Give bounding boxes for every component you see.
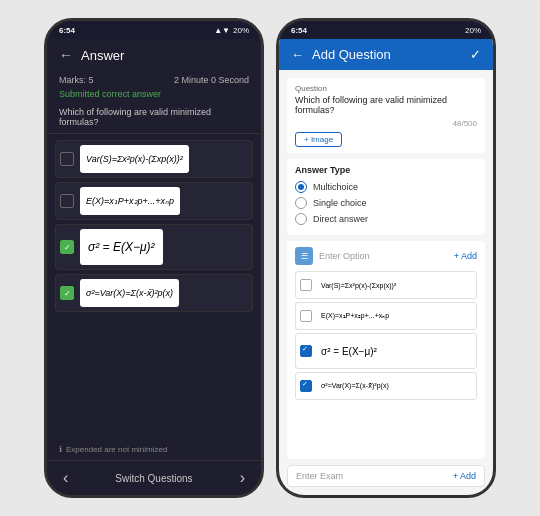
left-options-list: Var(S)=Σx²p(x)-(Σxp(x))² E(X)=x₁P+x₂p+..…: [47, 134, 261, 439]
right-header-left: ← Add Question: [291, 47, 391, 62]
right-option-2[interactable]: E(X)=x₁P+x₂p+...+xₙp: [295, 302, 477, 330]
right-formula-2: E(X)=x₁P+x₂p+...+xₙp: [317, 306, 393, 326]
right-formula-3: σ² = E(X−μ)²: [317, 337, 381, 365]
radio-multichoice-circle[interactable]: [295, 181, 307, 193]
answer-type-title: Answer Type: [295, 165, 477, 175]
right-header-title: Add Question: [312, 47, 391, 62]
left-checkbox-4[interactable]: [60, 286, 74, 300]
next-arrow[interactable]: ›: [240, 469, 245, 487]
right-phone-content: ← Add Question ✓ Question Which of follo…: [279, 39, 493, 495]
left-question-text: Which of following are valid minimized f…: [47, 103, 261, 134]
enter-option-row: ☰ Enter Option + Add: [295, 247, 477, 265]
submitted-text: Submitted correct answer: [47, 87, 261, 103]
left-checkbox-3[interactable]: [60, 240, 74, 254]
add-option-button[interactable]: + Add: [454, 251, 477, 261]
right-option-4[interactable]: σ²=Var(X)=Σ(x-x̄)²p(x): [295, 372, 477, 400]
marks-label: Marks: 5: [59, 75, 94, 85]
left-signal: ▲▼: [214, 26, 230, 35]
right-header: ← Add Question ✓: [279, 39, 493, 70]
right-status-bar: 6:54 20%: [279, 21, 493, 39]
radio-multichoice[interactable]: Multichoice: [295, 181, 477, 193]
radio-multichoice-label: Multichoice: [313, 182, 358, 192]
left-formula-1: Var(S)=Σx²p(x)-(Σxp(x))²: [80, 145, 189, 173]
right-formula-4: σ²=Var(X)=Σ(x-x̄)²p(x): [317, 376, 393, 396]
right-options-section: ☰ Enter Option + Add Var(S)=Σx²p(x)-(Σxp…: [287, 241, 485, 459]
enter-option-text[interactable]: Enter Option: [319, 251, 454, 261]
radio-singlechoice[interactable]: Single choice: [295, 197, 477, 209]
right-checkbox-3[interactable]: [300, 345, 312, 357]
right-status-right: 20%: [465, 26, 481, 35]
left-header-title: Answer: [81, 48, 124, 63]
prev-arrow[interactable]: ‹: [63, 469, 68, 487]
left-formula-3: σ² = E(X−μ)²: [80, 229, 163, 265]
radio-singlechoice-label: Single choice: [313, 198, 367, 208]
left-formula-4: σ²=Var(X)=Σ(x-x̄)²p(x): [80, 279, 179, 307]
left-time: 6:54: [59, 26, 75, 35]
bottom-note: ℹ Expended are not minimized: [47, 439, 261, 460]
right-battery: 20%: [465, 26, 481, 35]
check-icon[interactable]: ✓: [470, 47, 481, 62]
right-phone: 6:54 20% ← Add Question ✓ Question Which…: [276, 18, 496, 498]
back-arrow-icon[interactable]: ←: [59, 47, 73, 63]
answer-type-section: Answer Type Multichoice Single choice Di…: [287, 159, 485, 235]
marks-row: Marks: 5 2 Minute 0 Second: [47, 71, 261, 87]
switch-questions-label[interactable]: Switch Questions: [115, 473, 192, 484]
left-status-right: ▲▼ 20%: [214, 26, 249, 35]
right-checkbox-1[interactable]: [300, 279, 312, 291]
left-phone-content: ← Answer Marks: 5 2 Minute 0 Second Subm…: [47, 39, 261, 495]
time-label: 2 Minute 0 Second: [174, 75, 249, 85]
radio-directanswer[interactable]: Direct answer: [295, 213, 477, 225]
char-count: 48/500: [295, 119, 477, 128]
radio-directanswer-label: Direct answer: [313, 214, 368, 224]
left-battery: 20%: [233, 26, 249, 35]
option-icon: ☰: [295, 247, 313, 265]
add-exam-button[interactable]: + Add: [453, 471, 476, 481]
right-formula-1: Var(S)=Σx²p(x)-(Σxp(x))²: [317, 275, 400, 295]
left-formula-2: E(X)=x₁P+x₂p+...+xₙp: [80, 187, 180, 215]
right-checkbox-2[interactable]: [300, 310, 312, 322]
left-header: ← Answer: [47, 39, 261, 71]
right-content: Question Which of following are valid mi…: [279, 70, 493, 495]
left-status-bar: 6:54 ▲▼ 20%: [47, 21, 261, 39]
left-option-2[interactable]: E(X)=x₁P+x₂p+...+xₙp: [55, 182, 253, 220]
enter-exam-row: Enter Exam + Add: [287, 465, 485, 487]
image-button[interactable]: + Image: [295, 132, 342, 147]
bottom-nav: ‹ Switch Questions ›: [47, 460, 261, 495]
left-checkbox-2[interactable]: [60, 194, 74, 208]
right-back-arrow-icon[interactable]: ←: [291, 47, 304, 62]
enter-exam-placeholder[interactable]: Enter Exam: [296, 471, 453, 481]
left-checkbox-1[interactable]: [60, 152, 74, 166]
radio-directanswer-circle[interactable]: [295, 213, 307, 225]
right-question-text: Which of following are valid minimized f…: [295, 95, 477, 115]
right-checkbox-4[interactable]: [300, 380, 312, 392]
left-option-1[interactable]: Var(S)=Σx²p(x)-(Σxp(x))²: [55, 140, 253, 178]
question-label: Question: [295, 84, 477, 93]
left-option-3[interactable]: σ² = E(X−μ)²: [55, 224, 253, 270]
left-phone: 6:54 ▲▼ 20% ← Answer Marks: 5 2 Minute 0…: [44, 18, 264, 498]
right-option-3[interactable]: σ² = E(X−μ)²: [295, 333, 477, 369]
left-option-4[interactable]: σ²=Var(X)=Σ(x-x̄)²p(x): [55, 274, 253, 312]
question-section: Question Which of following are valid mi…: [287, 78, 485, 153]
info-icon: ℹ: [59, 445, 62, 454]
right-option-1[interactable]: Var(S)=Σx²p(x)-(Σxp(x))²: [295, 271, 477, 299]
right-time: 6:54: [291, 26, 307, 35]
radio-singlechoice-circle[interactable]: [295, 197, 307, 209]
